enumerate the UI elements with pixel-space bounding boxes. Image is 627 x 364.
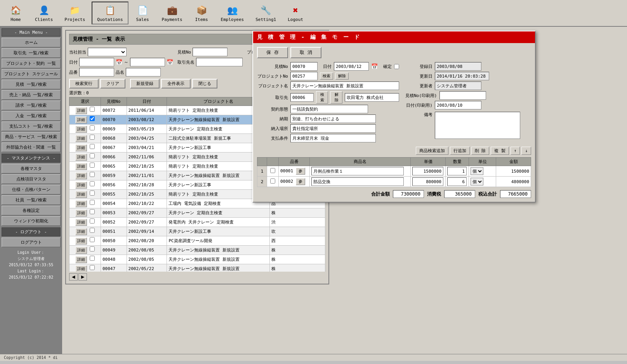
sidebar-btn-home[interactable]: ホーム (2, 38, 61, 47)
row-checkbox[interactable] (90, 172, 95, 177)
sidebar-btn-window-init[interactable]: ウィンドウ初期化 (2, 216, 61, 226)
nav-home[interactable]: 🏠 Home (3, 2, 28, 24)
table-row[interactable]: 詳細 00051 2002/09/14 天井クレーン新設工事 吹 (69, 227, 325, 236)
detail-btn[interactable]: 詳細 (75, 219, 87, 226)
modal-payment-input[interactable] (290, 134, 376, 142)
row-checkbox[interactable] (90, 144, 95, 149)
sidebar-btn-logout[interactable]: ログアウト (2, 237, 61, 247)
detail-btn[interactable]: 詳細 (75, 154, 87, 161)
detail-btn[interactable]: 詳細 (75, 265, 87, 272)
modal-print-no-input[interactable] (439, 91, 486, 100)
nav-setting1[interactable]: 🔧 Setting1 (250, 2, 281, 24)
sidebar-btn-project-schedule[interactable]: プロジェクト スケジュール (2, 69, 61, 79)
item-name-input[interactable] (311, 167, 404, 175)
modal-print-date-input[interactable] (435, 101, 481, 109)
nav-projects[interactable]: 📁 Projects (59, 2, 90, 24)
person-select[interactable] (88, 48, 127, 56)
item-unit-select[interactable]: 個 (471, 178, 483, 185)
detail-btn[interactable]: 詳細 (75, 135, 87, 142)
part-no-input[interactable] (79, 68, 114, 76)
row-checkbox[interactable] (90, 200, 95, 205)
table-row[interactable]: 詳細 00053 2002/09/27 天井クレーン 定期自主検査 株 (69, 208, 325, 218)
item-name-input[interactable] (311, 177, 404, 186)
detail-btn[interactable]: 詳細 (75, 126, 87, 133)
nav-employees[interactable]: 👥 Employees (216, 2, 249, 24)
modal-cal-icon[interactable]: 📅 (371, 63, 378, 69)
row-checkbox[interactable] (90, 153, 95, 158)
item-unit-price-input[interactable] (412, 177, 443, 186)
row-checkbox[interactable] (90, 209, 95, 214)
nav-payments[interactable]: 💼 Payments (157, 2, 188, 24)
item-unit-select[interactable]: 個 (471, 167, 483, 175)
row-checkbox[interactable] (90, 125, 95, 130)
delete-row-btn[interactable]: 削 除 (471, 147, 490, 155)
sidebar-btn-payment-search[interactable]: 入金 一覧/検索 (2, 111, 61, 121)
nav-clients[interactable]: 👤 Clients (30, 2, 58, 24)
modal-contract-input[interactable] (290, 105, 368, 113)
table-row[interactable]: 詳細 00048 2002/08/05 天井クレーン無線操縦装置 新規設置 株 (69, 255, 325, 264)
nav-logout[interactable]: ✖ Logout (283, 2, 308, 24)
prev-arrow[interactable]: ◀ (69, 273, 78, 281)
row-checkbox[interactable] (90, 116, 95, 121)
item-qty-input[interactable] (447, 167, 467, 175)
sidebar-btn-employee-search[interactable]: 社員 一覧/検索 (2, 195, 61, 205)
row-checkbox[interactable] (90, 135, 95, 140)
modal-client-name-input[interactable] (345, 93, 399, 102)
item-checkbox[interactable] (270, 168, 275, 173)
detail-btn[interactable]: 詳細 (75, 256, 87, 263)
detail-btn[interactable]: 詳細 (75, 144, 87, 151)
item-ref-btn[interactable]: 参 (296, 178, 305, 185)
item-qty-input[interactable] (447, 177, 467, 186)
table-row[interactable]: 詳細 00050 2002/08/20 PC資産調査ツール開発 西 (69, 236, 325, 246)
modal-client-no-input[interactable] (290, 93, 314, 102)
client-clear-btn[interactable]: 解除 (330, 91, 342, 104)
item-row[interactable]: 2 00002 参 個 4800000 (257, 177, 531, 187)
detail-btn[interactable]: 詳細 (75, 172, 87, 179)
row-checkbox[interactable] (90, 107, 95, 112)
move-up-btn[interactable]: ↑ (511, 147, 520, 155)
part-name-input[interactable] (126, 68, 161, 76)
date-from-input[interactable] (79, 58, 114, 66)
sidebar-btn-invoice-search[interactable]: 請求 一覧/検索 (2, 101, 61, 110)
confirm-checkbox[interactable] (394, 64, 399, 69)
item-unit-price-input[interactable] (412, 167, 443, 175)
row-checkbox[interactable] (90, 218, 95, 224)
table-row[interactable]: 詳細 00052 2002/09/27 発電所内 天井クレーン 定期検査 渋 (69, 218, 325, 227)
row-checkbox[interactable] (90, 181, 95, 186)
detail-btn[interactable]: 詳細 (75, 107, 87, 114)
next-arrow[interactable]: ▶ (78, 273, 87, 281)
detail-btn[interactable]: 詳細 (75, 163, 87, 170)
quote-no-input[interactable] (193, 48, 228, 56)
add-product-btn[interactable]: 商品検索追加 (416, 147, 448, 155)
modal-date-input[interactable] (334, 62, 369, 71)
row-checkbox[interactable] (90, 265, 95, 270)
cancel-btn[interactable]: 取 消 (290, 47, 321, 58)
save-btn[interactable]: 保 存 (257, 47, 288, 58)
client-search-btn[interactable]: 検索 (316, 91, 328, 104)
client-name-input[interactable] (196, 58, 243, 66)
calendar-from-icon[interactable]: 📅 (116, 59, 122, 65)
row-checkbox[interactable] (90, 246, 95, 251)
add-row-btn[interactable]: 行追加 (450, 147, 470, 155)
sidebar-btn-settings[interactable]: 各種設定 (2, 206, 61, 215)
row-checkbox[interactable] (90, 228, 95, 233)
sidebar-btn-inspection-master[interactable]: 点検項目マスタ (2, 174, 61, 184)
project-search-btn[interactable]: 検索 (320, 73, 333, 80)
move-down-btn[interactable]: ↓ (521, 147, 531, 155)
modal-delivery-input[interactable] (290, 114, 376, 123)
detail-btn[interactable]: 詳細 (75, 116, 87, 123)
sidebar-btn-project-list[interactable]: プロジェクト・契約 一覧 (2, 59, 61, 68)
item-checkbox[interactable] (270, 179, 275, 184)
nav-items[interactable]: 📦 Items (189, 2, 214, 24)
sidebar-btn-client-search[interactable]: 取引先 一覧/検索 (2, 48, 61, 58)
sidebar-btn-product-search[interactable]: 商品・サービス 一覧/検索 (2, 132, 61, 142)
calendar-to-icon[interactable]: 📅 (167, 59, 173, 65)
project-clear-btn[interactable]: 解除 (335, 73, 349, 80)
detail-btn[interactable]: 詳細 (75, 191, 87, 198)
nav-quotations[interactable]: 📋 Quotations (92, 2, 128, 24)
item-ref-btn[interactable]: 参 (296, 168, 305, 175)
new-btn[interactable]: 新規登録 (130, 79, 160, 88)
table-row[interactable]: 詳細 00049 2002/08/05 天井クレーン無線操縦装置 新規設置 株 (69, 246, 325, 255)
modal-quote-no-input[interactable] (290, 62, 318, 71)
sidebar-btn-cost-search[interactable]: 支払コスト 一覧/検索 (2, 121, 61, 131)
